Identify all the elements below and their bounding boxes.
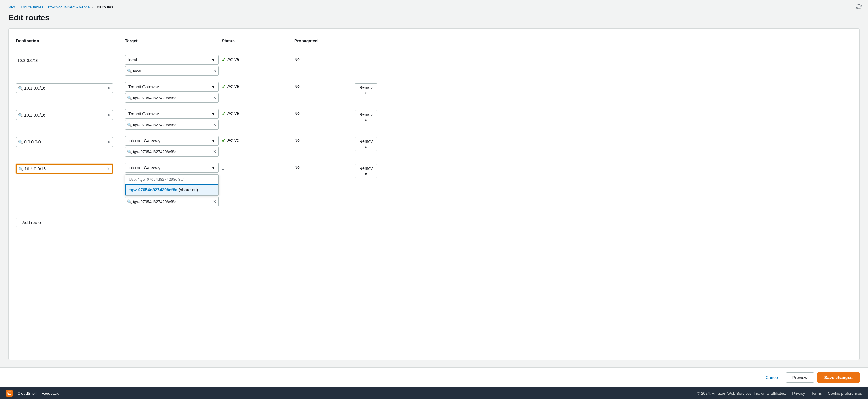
col-destination: Destination	[16, 38, 125, 43]
destination-input-wrap-3: 🔍 ✕	[16, 110, 113, 120]
remove-button-4[interactable]: Remov e	[355, 137, 377, 151]
cancel-button[interactable]: Cancel	[762, 373, 782, 382]
remove-button-2[interactable]: Remov e	[355, 83, 377, 97]
target-select-4[interactable]: Internet Gateway ▼	[125, 136, 219, 146]
target-select-label-2: Transit Gateway	[128, 84, 159, 89]
target-sub-input-1[interactable]	[133, 69, 212, 73]
target-cell-5: Internet Gateway ▼ Use: "tgw-07054d82742…	[125, 163, 222, 206]
breadcrumb-vpc[interactable]: VPC	[8, 5, 17, 9]
clear-icon-sub-5[interactable]: ✕	[213, 199, 217, 204]
remove-button-3[interactable]: Remov e	[355, 110, 377, 124]
main-card: Destination Target Status Propagated 10.…	[8, 28, 860, 360]
feedback-label[interactable]: Feedback	[41, 391, 59, 396]
bottom-bar-left: CloudShell Feedback	[6, 390, 59, 397]
dropdown-menu-5: Use: "tgw-07054d8274298cf8a" tgw-07054d8…	[125, 174, 219, 196]
table-row: 🔍 ✕ Transit Gateway ▼ 🔍 ✕ ✔ Active No Re…	[16, 79, 852, 106]
target-select-2[interactable]: Transit Gateway ▼	[125, 82, 219, 92]
target-sub-input-5[interactable]	[133, 200, 212, 204]
destination-cell-2: 🔍 ✕	[16, 82, 125, 93]
save-changes-button[interactable]: Save changes	[817, 372, 860, 383]
clear-icon-sub-2[interactable]: ✕	[213, 95, 217, 100]
target-select-1[interactable]: local ▼	[125, 55, 219, 65]
table-row: 🔍 ✕ Internet Gateway ▼ Use: "tgw-07054d8…	[16, 160, 852, 213]
search-icon-sub-2: 🔍	[127, 96, 132, 100]
target-sub-input-3[interactable]	[133, 123, 212, 127]
destination-input-wrap-5: 🔍 ✕	[16, 164, 113, 174]
status-active-icon-3: ✔	[222, 111, 226, 117]
clear-icon-sub-4[interactable]: ✕	[213, 149, 217, 154]
preview-button[interactable]: Preview	[786, 372, 814, 383]
chevron-down-icon-3: ▼	[211, 111, 215, 116]
refresh-icon[interactable]	[856, 4, 862, 11]
target-sub-input-4[interactable]	[133, 149, 212, 154]
search-icon-3: 🔍	[18, 113, 23, 117]
search-icon-sub-5: 🔍	[127, 200, 132, 204]
bottom-bar: CloudShell Feedback © 2024, Amazon Web S…	[0, 388, 868, 399]
cloudshell-label[interactable]: CloudShell	[18, 391, 37, 396]
add-route-button[interactable]: Add route	[16, 218, 47, 227]
chevron-down-icon-5: ▼	[211, 165, 215, 170]
chevron-down-icon-4: ▼	[211, 138, 215, 143]
col-propagated: Propagated	[294, 38, 355, 43]
target-select-label-1: local	[128, 58, 137, 62]
target-select-5[interactable]: Internet Gateway ▼	[125, 163, 219, 173]
destination-input-3[interactable]	[24, 113, 106, 117]
target-sub-input-2[interactable]	[133, 96, 212, 100]
breadcrumb-rtb-id[interactable]: rtb-094c3f42ec57b47da	[48, 5, 90, 9]
remove-button-5[interactable]: Remov e	[355, 164, 377, 178]
target-sub-wrap-4: 🔍 ✕	[125, 147, 219, 156]
status-cell-3: ✔ Active	[222, 109, 294, 117]
propagated-cell-2: No	[294, 82, 355, 89]
target-cell-4: Internet Gateway ▼ 🔍 ✕	[125, 136, 222, 156]
status-cell-1: ✔ Active	[222, 55, 294, 63]
search-icon-5: 🔍	[19, 167, 23, 171]
destination-input-4[interactable]	[24, 140, 106, 144]
clear-icon-sub-3[interactable]: ✕	[213, 122, 217, 127]
breadcrumb-sep-1: ›	[19, 5, 20, 9]
svg-rect-0	[7, 392, 11, 395]
table-row: 🔍 ✕ Internet Gateway ▼ 🔍 ✕ ✔ Active No R…	[16, 133, 852, 160]
propagated-cell-5: No	[294, 163, 355, 170]
clear-icon-1[interactable]: ✕	[213, 68, 217, 73]
destination-input-2[interactable]	[24, 86, 106, 90]
cookie-preferences-link[interactable]: Cookie preferences	[828, 391, 862, 396]
clear-icon-5[interactable]: ✕	[107, 167, 111, 171]
breadcrumb: VPC › Route tables › rtb-094c3f42ec57b47…	[0, 0, 868, 12]
status-text-2: Active	[227, 84, 239, 89]
clear-icon-3[interactable]: ✕	[107, 113, 111, 117]
target-cell-2: Transit Gateway ▼ 🔍 ✕	[125, 82, 222, 103]
status-dash-5: –	[222, 165, 224, 171]
status-active-icon-4: ✔	[222, 138, 226, 143]
privacy-link[interactable]: Privacy	[792, 391, 805, 396]
target-select-3[interactable]: Transit Gateway ▼	[125, 109, 219, 119]
remove-cell-3: Remov e	[355, 109, 403, 124]
breadcrumb-current: Edit routes	[94, 5, 113, 9]
bottom-bar-right: © 2024, Amazon Web Services, Inc. or its…	[697, 391, 862, 396]
table-header: Destination Target Status Propagated	[16, 36, 852, 47]
terms-link[interactable]: Terms	[811, 391, 822, 396]
target-select-label-5: Internet Gateway	[128, 165, 161, 170]
clear-icon-4[interactable]: ✕	[107, 140, 111, 144]
cloudshell-icon[interactable]	[6, 390, 13, 397]
copyright-text: © 2024, Amazon Web Services, Inc. or its…	[697, 391, 786, 396]
status-cell-2: ✔ Active	[222, 82, 294, 90]
chevron-down-icon-2: ▼	[211, 84, 215, 89]
status-text-3: Active	[227, 111, 239, 116]
propagated-cell-3: No	[294, 109, 355, 116]
table-row: 10.3.0.0/16 local ▼ 🔍 ✕ ✔ Active No	[16, 52, 852, 79]
breadcrumb-route-tables[interactable]: Route tables	[21, 5, 43, 9]
dropdown-item-5[interactable]: tgw-07054d8274298cf8a (share-att)	[125, 184, 218, 195]
status-text-4: Active	[227, 138, 239, 143]
destination-cell-1: 10.3.0.0/16	[16, 55, 125, 63]
propagated-cell-1: No	[294, 55, 355, 62]
col-status: Status	[222, 38, 294, 43]
clear-icon-2[interactable]: ✕	[107, 86, 111, 90]
destination-value-1: 10.3.0.0/16	[16, 56, 38, 63]
remove-cell-5: Remov e	[355, 163, 403, 178]
destination-input-wrap-4: 🔍 ✕	[16, 137, 113, 147]
target-cell-1: local ▼ 🔍 ✕	[125, 55, 222, 76]
destination-cell-5: 🔍 ✕	[16, 163, 125, 174]
propagated-cell-4: No	[294, 136, 355, 143]
destination-input-5[interactable]	[25, 167, 105, 171]
dropdown-link-5[interactable]: tgw-07054d8274298cf8a	[129, 188, 178, 192]
